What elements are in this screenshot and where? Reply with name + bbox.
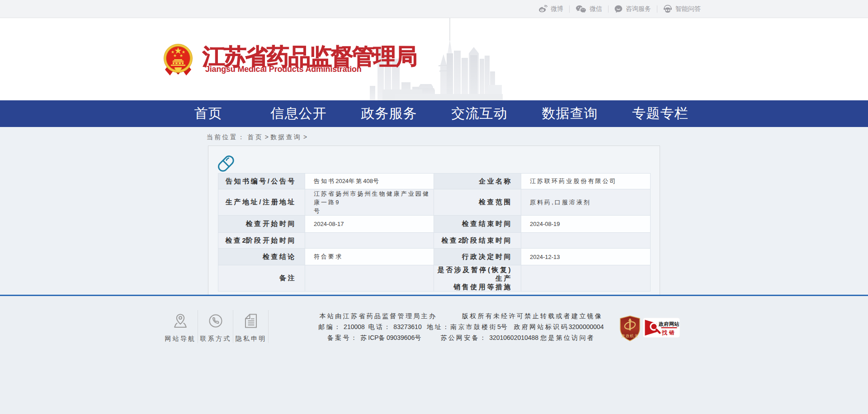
svg-text:政府网站: 政府网站 — [658, 321, 679, 327]
svg-text:党政机关: 党政机关 — [622, 334, 639, 338]
svg-text:找错: 找错 — [661, 329, 676, 336]
